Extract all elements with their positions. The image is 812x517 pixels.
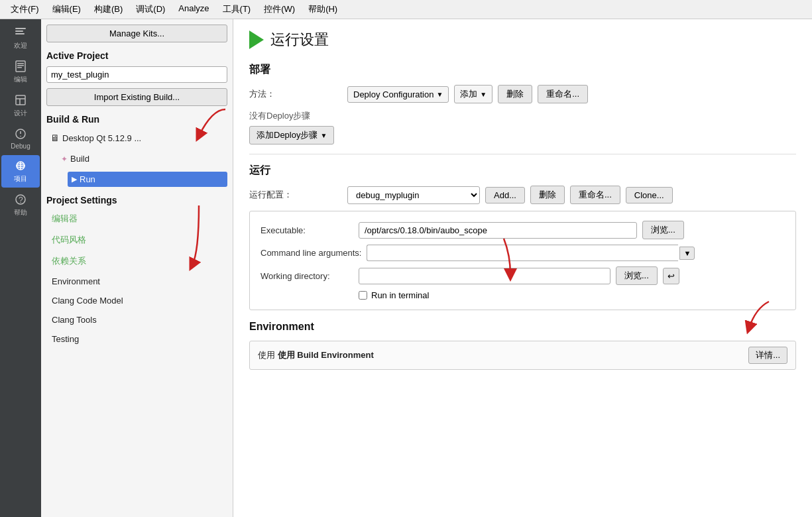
workdir-label: Working directory: (261, 271, 353, 281)
add-deploy-step-label: 添加Deploy步骤 (257, 129, 318, 141)
run-rename-button[interactable]: 重命名... (570, 186, 620, 204)
run-config-select[interactable]: debug_myplugin (347, 186, 480, 204)
sidebar-design[interactable]: 设计 (1, 89, 40, 122)
menu-file[interactable]: 文件(F) (5, 2, 44, 17)
deploy-add-dropdown[interactable]: 添加 ▼ (454, 85, 493, 103)
monitor-icon: 🖥 (50, 133, 60, 143)
menu-analyze[interactable]: Analyze (173, 2, 214, 17)
menu-tools[interactable]: 工具(T) (217, 2, 257, 17)
project-settings-label: Project Settings (46, 195, 227, 205)
svg-rect-7 (16, 95, 25, 105)
executable-input[interactable] (359, 222, 637, 239)
deploy-section: 部署 方法： Deploy Configuration ▼ 添加 ▼ 删除 重命… (249, 63, 796, 144)
svg-rect-5 (17, 65, 24, 66)
page-title: 运行设置 (270, 30, 329, 50)
cmdargs-dropdown-button[interactable]: ▼ (679, 247, 695, 260)
svg-text:?: ? (19, 196, 23, 205)
project-select[interactable]: my_test_plugin (46, 66, 227, 83)
env-details-button[interactable]: 详情... (748, 347, 787, 364)
run-section-title: 运行 (249, 164, 796, 178)
environment-title: Environment (249, 321, 796, 333)
menubar: 文件(F) 编辑(E) 构建(B) 调试(D) Analyze 工具(T) 控件… (0, 0, 812, 19)
deploy-method-label: 方法： (249, 88, 342, 100)
import-existing-build-button[interactable]: Import Existing Build... (46, 88, 227, 106)
section-divider (249, 154, 796, 154)
deploy-add-arrow: ▼ (480, 91, 487, 98)
tree-build-item[interactable]: ✦ Build (57, 151, 227, 166)
settings-editor[interactable]: 编辑器 (46, 211, 227, 227)
executable-browse-button[interactable]: 浏览... (642, 221, 684, 239)
sidebar-edit-label: 编辑 (14, 75, 27, 84)
cmdargs-input[interactable] (367, 245, 678, 261)
deploy-dropdown-arrow: ▼ (436, 91, 443, 98)
sidebar-design-label: 设计 (14, 109, 27, 118)
tree-kit-label: Desktop Qt 5.12.9 ... (62, 133, 141, 143)
menu-widgets[interactable]: 控件(W) (259, 2, 300, 17)
run-clone-button[interactable]: Clone... (626, 187, 673, 203)
right-panel: 运行设置 部署 方法： Deploy Configuration ▼ 添加 ▼ … (233, 19, 812, 517)
workdir-reset-button[interactable]: ↩ (663, 268, 679, 284)
project-select-wrapper: my_test_plugin (46, 66, 227, 83)
svg-rect-4 (17, 63, 24, 64)
build-run-label: Build & Run (46, 114, 227, 125)
deploy-config-dropdown[interactable]: Deploy Configuration ▼ (347, 86, 449, 103)
svg-rect-6 (17, 67, 22, 68)
hammer-icon: ✦ (61, 154, 68, 164)
tree-kit-item[interactable]: 🖥 Desktop Qt 5.12.9 ... (46, 130, 227, 146)
add-deploy-step-button[interactable]: 添加Deploy步骤 ▼ (249, 126, 334, 144)
settings-clang-tools[interactable]: Clang Tools (46, 313, 227, 327)
deploy-add-label: 添加 (460, 88, 477, 100)
workdir-browse-button[interactable]: 浏览... (616, 266, 658, 285)
play-icon (249, 30, 264, 49)
deploy-config-value: Deploy Configuration (353, 89, 434, 99)
no-deploy-text: 没有Deploy步骤 (249, 110, 796, 122)
run-config-row: 运行配置： debug_myplugin Add... 删除 重命名... Cl… (249, 186, 796, 204)
menu-help[interactable]: 帮助(H) (303, 2, 343, 17)
page-header: 运行设置 (249, 30, 796, 50)
svg-rect-3 (16, 61, 25, 72)
workdir-row: Working directory: 浏览... ↩ (261, 266, 785, 285)
svg-rect-1 (15, 30, 23, 32)
run-section: 运行 运行配置： debug_myplugin Add... 删除 重命名...… (249, 164, 796, 310)
sidebar-project[interactable]: 项目 (1, 155, 40, 188)
cmdargs-wrapper: ▼ (367, 245, 695, 261)
run-terminal-row: Run in terminal (359, 290, 785, 300)
run-delete-button[interactable]: 删除 (530, 186, 565, 204)
add-deploy-arrow: ▼ (320, 132, 327, 139)
sidebar-help[interactable]: ? 帮助 (1, 189, 40, 221)
cmdargs-label: Command line arguments: (261, 248, 361, 258)
settings-code-style[interactable]: 代码风格 (46, 232, 227, 248)
deploy-rename-button[interactable]: 重命名... (538, 85, 588, 103)
deploy-delete-button[interactable]: 删除 (498, 85, 532, 103)
svg-rect-2 (15, 33, 25, 34)
executable-row: Executable: 浏览... (261, 221, 785, 239)
deploy-section-title: 部署 (249, 63, 796, 77)
settings-clang-code-model[interactable]: Clang Code Model (46, 294, 227, 308)
icon-sidebar: 欢迎 编辑 设计 Debug 项目 ? 帮助 (0, 19, 41, 517)
manage-kits-button[interactable]: Manage Kits... (46, 25, 227, 42)
run-add-button[interactable]: Add... (485, 187, 525, 203)
sidebar-welcome[interactable]: 欢迎 (1, 22, 40, 54)
sidebar-edit[interactable]: 编辑 (1, 56, 40, 88)
executable-label: Executable: (261, 225, 353, 235)
sidebar-debug[interactable]: Debug (1, 123, 40, 154)
environment-section: Environment 使用 使用 Build Environment 详情..… (249, 321, 796, 370)
sidebar-help-label: 帮助 (14, 208, 27, 217)
settings-dependencies[interactable]: 依赖关系 (46, 253, 227, 269)
run-in-terminal-label: Run in terminal (371, 290, 429, 300)
menu-debug[interactable]: 调试(D) (131, 2, 170, 17)
settings-testing[interactable]: Testing (46, 332, 227, 346)
settings-environment[interactable]: Environment (46, 274, 227, 288)
sidebar-welcome-label: 欢迎 (14, 41, 27, 50)
run-in-terminal-checkbox[interactable] (359, 291, 367, 300)
left-panel: Manage Kits... Active Project my_test_pl… (41, 19, 233, 517)
workdir-input[interactable] (359, 268, 610, 284)
run-tree-icon: ▶ (72, 175, 77, 184)
tree-run-label: Run (80, 174, 95, 184)
tree-build-label: Build (70, 154, 89, 164)
tree-run-item[interactable]: ▶ Run (68, 172, 227, 187)
menu-build[interactable]: 构建(B) (89, 2, 128, 17)
build-env-row: 使用 使用 Build Environment 详情... (249, 341, 796, 370)
run-config-label: 运行配置： (249, 189, 342, 201)
menu-edit[interactable]: 编辑(E) (47, 2, 86, 17)
